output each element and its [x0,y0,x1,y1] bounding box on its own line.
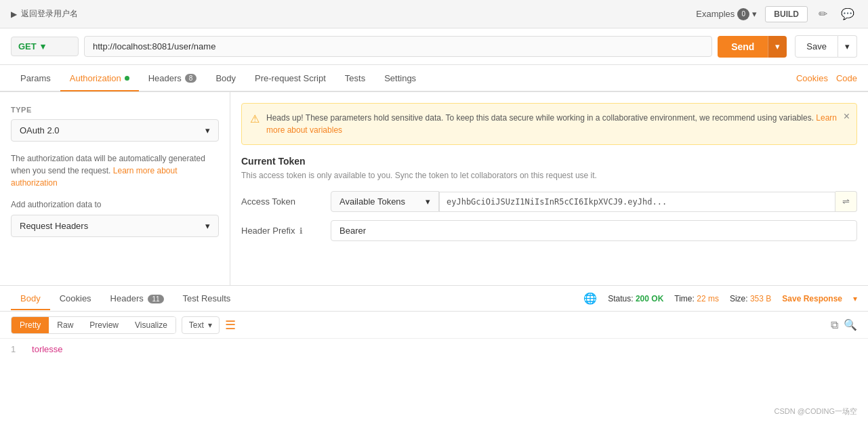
alert-text: Heads up! These parameters hold sensitiv… [266,112,848,136]
header-prefix-label: Header Prefix ℹ [241,226,323,236]
examples-label: Examples [696,9,735,19]
authorization-dot [125,76,129,81]
size-value: 353 B [750,294,771,303]
request-headers-label: Request Headers [20,221,88,231]
response-right-icons: ⧉ 🔍 [831,318,857,331]
top-bar: ▶ 返回登录用户名 Examples 0 ▾ BUILD ✏ 💬 [0,0,868,28]
format-tab-preview[interactable]: Preview [81,317,127,333]
edit-icon[interactable]: ✏ [816,5,830,23]
send-button-group: Send ▾ [718,36,787,58]
examples-chevron-icon: ▾ [752,9,757,19]
type-chevron-icon: ▾ [205,125,210,135]
method-label: GET [18,41,37,51]
breadcrumb: ▶ 返回登录用户名 [11,8,78,20]
filter-icon[interactable]: ☰ [225,318,236,333]
headers-badge: 8 [185,74,197,83]
save-response-chevron-icon[interactable]: ▾ [853,294,857,303]
bottom-tab-test-results[interactable]: Test Results [173,288,241,310]
header-prefix-info-icon: ℹ [299,226,303,236]
send-dropdown-button[interactable]: ▾ [768,36,787,58]
current-token-title: Current Token [241,156,857,167]
save-button-group: Save ▾ [795,35,857,58]
save-button[interactable]: Save [795,35,838,58]
response-content: torlesse [32,344,63,354]
size-label: Size: 353 B [730,294,771,303]
available-tokens-select[interactable]: Available Tokens ▾ [331,191,439,212]
tab-tests[interactable]: Tests [335,66,375,91]
text-type-select[interactable]: Text ▾ [182,316,220,334]
tab-headers[interactable]: Headers 8 [139,66,207,91]
sync-token-icon[interactable]: ⇌ [835,191,857,212]
tab-authorization[interactable]: Authorization [60,66,139,91]
url-input[interactable] [84,36,712,57]
time-value: 22 ms [697,294,719,303]
bottom-tabs: Body Cookies Headers 11 Test Results 🌐 S… [0,286,868,312]
status-row: 🌐 Status: 200 OK Time: 22 ms Size: 353 B… [583,292,857,305]
access-token-row: Access Token Available Tokens ▾ eyJhbGci… [241,191,857,212]
left-panel: TYPE OAuth 2.0 ▾ The authorization data … [0,92,230,285]
build-button[interactable]: BUILD [765,6,808,22]
request-tabs: Params Authorization Headers 8 Body Pre-… [0,65,868,92]
copy-icon[interactable]: ⧉ [831,318,838,331]
format-tab-pretty[interactable]: Pretty [12,317,49,333]
status-label: Status: 200 OK [608,294,663,303]
response-body: 1 torlesse [0,339,868,360]
method-chevron-icon: ▾ [41,41,45,51]
tabs-right-links: Cookies Code [796,73,857,83]
format-tabs: Pretty Raw Preview Visualize [11,316,176,334]
time-label: Time: 22 ms [674,294,719,303]
format-tab-raw[interactable]: Raw [49,317,81,333]
header-prefix-row: Header Prefix ℹ [241,220,857,241]
token-value: eyJhbGciOiJSUzI1NiIsInR5cCI6IkpXVCJ9.eyJ… [439,192,835,212]
examples-button[interactable]: Examples 0 ▾ [696,8,757,20]
alert-icon: ⚠ [250,112,260,125]
add-auth-label: Add authorization data to [11,200,219,209]
save-response-button[interactable]: Save Response [782,294,842,303]
back-arrow-icon: ▶ [11,9,17,19]
bearer-input[interactable] [331,220,857,241]
alert-box: ⚠ Heads up! These parameters hold sensit… [241,103,857,145]
tab-body[interactable]: Body [206,66,245,91]
current-token-desc: This access token is only available to y… [241,171,857,180]
available-tokens-chevron-icon: ▾ [426,196,430,207]
url-bar: GET ▾ Send ▾ Save ▾ [0,28,868,65]
token-select-group: Available Tokens ▾ eyJhbGciOiJSUzI1NiIsI… [331,191,857,212]
request-headers-select[interactable]: Request Headers ▾ [11,215,219,237]
tab-settings[interactable]: Settings [375,66,426,91]
status-value: 200 OK [636,294,663,303]
type-label: TYPE [11,106,219,114]
footer-note: CSDN @CODING一场空 [774,406,857,417]
type-value: OAuth 2.0 [20,125,60,135]
request-headers-chevron-icon: ▾ [205,221,210,231]
code-link[interactable]: Code [836,73,857,83]
text-chevron-icon: ▾ [208,320,212,330]
comment-icon[interactable]: 💬 [838,5,857,23]
available-tokens-label: Available Tokens [339,196,405,207]
globe-icon: 🌐 [583,292,597,305]
bottom-tab-headers[interactable]: Headers 11 [101,288,173,310]
tab-params[interactable]: Params [11,66,60,91]
line-number: 1 [11,344,16,354]
breadcrumb-title: 返回登录用户名 [21,8,78,20]
save-dropdown-button[interactable]: ▾ [838,35,857,58]
method-select[interactable]: GET ▾ [11,37,79,56]
tab-pre-request-script[interactable]: Pre-request Script [245,66,335,91]
examples-badge: 0 [737,8,749,20]
cookies-link[interactable]: Cookies [796,73,828,83]
bottom-headers-badge: 11 [148,295,163,303]
access-token-label: Access Token [241,196,323,207]
right-panel: ⚠ Heads up! These parameters hold sensit… [230,92,868,285]
type-select[interactable]: OAuth 2.0 ▾ [11,119,219,142]
bottom-tab-cookies[interactable]: Cookies [50,288,101,310]
format-tab-visualize[interactable]: Visualize [127,317,175,333]
send-button[interactable]: Send [718,36,768,58]
alert-close-button[interactable]: × [844,110,850,123]
main-content: TYPE OAuth 2.0 ▾ The authorization data … [0,92,868,285]
auth-description: The authorization data will be automatic… [11,152,219,189]
top-bar-right: Examples 0 ▾ BUILD ✏ 💬 [696,5,857,23]
bottom-tab-body[interactable]: Body [11,288,50,310]
bottom-section: Body Cookies Headers 11 Test Results 🌐 S… [0,285,868,399]
response-toolbar: Pretty Raw Preview Visualize Text ▾ ☰ ⧉ … [0,312,868,339]
search-icon[interactable]: 🔍 [844,318,857,331]
